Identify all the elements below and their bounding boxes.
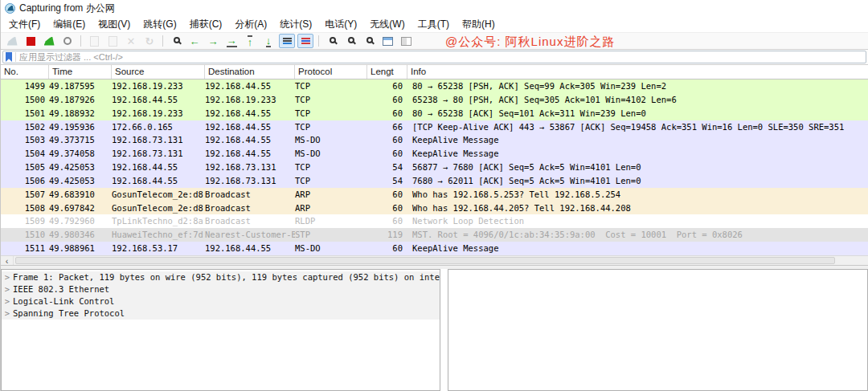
horizontal-scrollbar[interactable]: ‹: [1, 255, 868, 266]
packet-row[interactable]: 1509 49.792960 TpLinkTechno_d2:8a:… Broa…: [1, 214, 868, 228]
hex-row[interactable]: 0060 3c d4 b8 38 21 d8 ab 26 de 62 00 00…: [452, 336, 867, 347]
hex-row[interactable]: 0020 27 11 80 00 c8 0c c8 ef 7d 10 80 26…: [452, 294, 867, 304]
menu-item[interactable]: 无线(W): [363, 16, 411, 33]
packet-detail-row[interactable]: > Spanning Tree Protocol: [2, 308, 440, 320]
menu-item[interactable]: 工具(T): [411, 16, 456, 33]
packet-info: MST. Root = 4096/0/1c:ab:34:35:9a:00 Cos…: [407, 228, 868, 242]
packet-time: 49.187595: [49, 79, 112, 93]
hex-row[interactable]: 0030 02 00 0f 00 00 00 40 00 63 38 30 63…: [452, 304, 867, 315]
packet-source: 192.168.44.55: [112, 161, 205, 174]
packet-row[interactable]: 1499 49.187595 192.168.19.233 192.168.44…: [1, 79, 868, 93]
packet-length: 60: [367, 107, 407, 120]
packet-time: 49.425053: [49, 174, 112, 188]
zoom-original-icon[interactable]: [361, 34, 377, 48]
column-header[interactable]: Lengt: [367, 65, 407, 79]
go-to-bottom-icon[interactable]: ↓: [260, 34, 276, 48]
stop-capture-icon[interactable]: [23, 34, 39, 48]
packet-row[interactable]: 1507 49.683910 GosunTelecom_2e:d8:… Broa…: [1, 188, 868, 202]
packet-row[interactable]: 1500 49.187926 192.168.44.55 192.168.19.…: [1, 93, 868, 107]
packet-destination: Broadcast: [205, 214, 295, 228]
column-header[interactable]: Time: [49, 65, 112, 79]
packet-source: 192.168.19.233: [112, 107, 205, 120]
menu-item[interactable]: 电话(Y): [318, 16, 363, 33]
packet-source: 192.168.53.17: [112, 242, 205, 255]
capture-options-icon[interactable]: [59, 34, 76, 48]
packet-detail-row[interactable]: > Frame 1: Packet, 119 bytes on wire (95…: [2, 271, 440, 283]
hex-row[interactable]: 0010 03 00 00 03 02 7c 10 00 1c ab 34 35…: [452, 283, 867, 293]
packet-row[interactable]: 1504 49.374058 192.168.73.131 192.168.44…: [1, 147, 868, 161]
packet-detail-row[interactable]: > IEEE 802.3 Ethernet: [2, 283, 440, 295]
reset-layout-icon[interactable]: [398, 34, 414, 48]
open-file-icon[interactable]: [86, 34, 102, 48]
packet-destination: 192.168.73.131: [205, 161, 295, 174]
column-header[interactable]: Protocol: [295, 65, 367, 79]
watermark-text: @公众号: 阿秋Linux进阶之路: [445, 35, 615, 50]
packet-row[interactable]: 1503 49.373715 192.168.73.131 192.168.44…: [1, 133, 868, 147]
detail-label: Logical-Link Control: [13, 295, 114, 308]
packet-length: 60: [367, 93, 407, 107]
column-header[interactable]: Info: [407, 65, 868, 79]
packet-row[interactable]: 1510 49.980346 HuaweiTechno_ef:7d:… Near…: [1, 228, 868, 242]
toolbar-separator: [80, 35, 81, 47]
menu-item[interactable]: 捕获(C): [183, 16, 229, 33]
packet-info: KeepAlive Message: [407, 147, 868, 161]
chevron-right-icon[interactable]: >: [2, 271, 13, 283]
packet-row[interactable]: 1508 49.697842 GosunTelecom_2e:d8:… Broa…: [1, 202, 868, 215]
chevron-right-icon[interactable]: >: [2, 283, 13, 295]
packet-no: 1511: [1, 242, 49, 255]
zoom-out-icon[interactable]: [342, 34, 358, 48]
scrollbar-track[interactable]: [14, 256, 868, 265]
scroll-left-arrow-icon[interactable]: ‹: [1, 256, 14, 265]
go-to-packet-icon[interactable]: →: [223, 34, 240, 48]
go-to-top-icon[interactable]: ↑: [242, 34, 258, 48]
packet-row[interactable]: 1505 49.425053 192.168.44.55 192.168.73.…: [1, 161, 868, 174]
menu-item[interactable]: 分析(A): [228, 16, 273, 33]
reload-file-icon[interactable]: ↻: [141, 34, 158, 48]
bookmark-icon[interactable]: [6, 52, 12, 62]
column-header[interactable]: Source: [112, 65, 205, 79]
column-header[interactable]: No.: [1, 65, 49, 79]
packet-destination: 192.168.44.55: [205, 242, 295, 255]
packet-row[interactable]: 1502 49.195936 172.66.0.165 192.168.44.5…: [1, 120, 868, 134]
packet-protocol: TCP: [295, 93, 367, 107]
hex-row[interactable]: 0040 37 64 31 30 00 00 00 00 00 00 00 00…: [452, 316, 867, 326]
packet-destination: 192.168.44.55: [205, 120, 295, 134]
zoom-in-icon[interactable]: [324, 34, 340, 48]
scrollbar-thumb[interactable]: [15, 257, 835, 264]
save-file-icon[interactable]: [104, 34, 121, 48]
close-file-icon[interactable]: ✕: [123, 34, 139, 48]
display-filter-input[interactable]: [19, 51, 866, 63]
menu-item[interactable]: 统计(S): [273, 16, 318, 33]
detail-label: Spanning Tree Protocol: [13, 308, 125, 320]
packet-source: GosunTelecom_2e:d8:…: [112, 188, 205, 202]
auto-scroll-icon[interactable]: [279, 34, 295, 48]
chevron-right-icon[interactable]: >: [2, 295, 13, 308]
packet-protocol: TCP: [295, 174, 367, 188]
packet-row[interactable]: 1501 49.188932 192.168.19.233 192.168.44…: [1, 107, 868, 120]
packet-row[interactable]: 1511 49.988961 192.168.53.17 192.168.44.…: [1, 242, 868, 255]
go-forward-icon[interactable]: →: [205, 34, 221, 48]
start-capture-icon[interactable]: [4, 34, 20, 48]
resize-columns-icon[interactable]: [379, 34, 395, 48]
menu-item[interactable]: 编辑(E): [47, 16, 92, 33]
packet-info: KeepAlive Message: [407, 242, 868, 255]
packet-detail-row[interactable]: > Logical-Link Control: [2, 295, 440, 308]
menu-item[interactable]: 文件(F): [2, 16, 47, 33]
packet-protocol: ARP: [295, 188, 367, 202]
menu-item[interactable]: 帮助(H): [456, 16, 502, 33]
hex-row[interactable]: 0000 01 80 c2 00 00 00 c8 0c c8 ef 7d 10…: [452, 272, 867, 283]
go-back-icon[interactable]: ←: [186, 34, 203, 48]
colorize-icon[interactable]: [297, 34, 313, 48]
packet-protocol: TCP: [295, 107, 367, 120]
packet-row[interactable]: 1506 49.425053 192.168.44.55 192.168.73.…: [1, 174, 868, 188]
find-packet-icon[interactable]: [168, 34, 184, 48]
menu-item[interactable]: 视图(V): [92, 16, 137, 33]
hex-row[interactable]: 0070 c8 0c c8 ef 7d 10 14 ····}··: [452, 348, 867, 358]
restart-capture-icon[interactable]: [41, 34, 57, 48]
packet-destination: 192.168.19.233: [205, 93, 295, 107]
pane-gap: [440, 269, 448, 391]
chevron-right-icon[interactable]: >: [2, 308, 13, 320]
column-header[interactable]: Destination: [205, 65, 295, 79]
hex-row[interactable]: 0050 00 00 00 00 00 00 00 00 00 00 ac 36…: [452, 326, 867, 336]
menu-item[interactable]: 跳转(G): [137, 16, 182, 33]
